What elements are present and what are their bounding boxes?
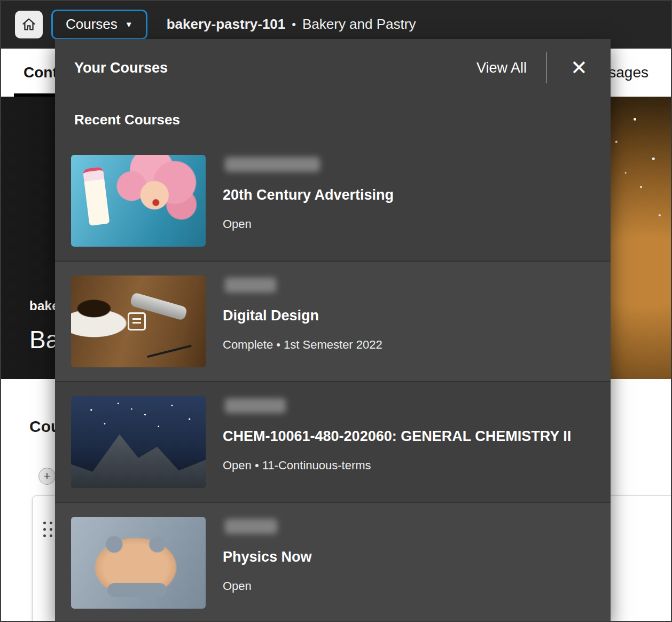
breadcrumb-course-id: bakery-pastry-101 xyxy=(167,16,286,33)
blurred-course-id-badge xyxy=(225,519,277,534)
panel-title: Your Courses xyxy=(74,60,168,76)
course-status: Open xyxy=(223,579,312,593)
chevron-down-icon: ▼ xyxy=(125,20,133,28)
courses-menu-button[interactable]: Courses ▼ xyxy=(51,10,147,40)
recent-courses-heading: Recent Courses xyxy=(55,97,611,141)
course-status: Open xyxy=(223,217,394,231)
course-title: CHEM-10061-480-202060: GENERAL CHEMISTRY… xyxy=(223,428,571,445)
close-panel-button[interactable]: ✕ xyxy=(567,56,591,80)
courses-dropdown-panel: Your Courses View All ✕ Recent Courses 2… xyxy=(55,39,611,622)
courses-panel-header: Your Courses View All ✕ xyxy=(55,39,611,97)
drag-handle-icon[interactable] xyxy=(43,522,52,537)
course-thumbnail-chemistry xyxy=(71,396,206,488)
course-title: Digital Design xyxy=(223,308,382,324)
home-button[interactable] xyxy=(15,11,43,38)
document-icon xyxy=(128,312,146,330)
course-status: Open • 11-Continuous-terms xyxy=(223,459,571,473)
breadcrumb-separator: • xyxy=(292,18,296,32)
course-info: Physics Now Open xyxy=(223,517,312,593)
recent-course-list: 20th Century Advertising Open Digital De… xyxy=(55,141,611,622)
course-info: CHEM-10061-480-202060: GENERAL CHEMISTRY… xyxy=(223,396,571,473)
course-info: Digital Design Complete • 1st Semester 2… xyxy=(223,275,382,352)
course-list-item[interactable]: CHEM-10061-480-202060: GENERAL CHEMISTRY… xyxy=(55,381,611,502)
course-status: Complete • 1st Semester 2022 xyxy=(223,338,382,352)
courses-menu-label: Courses xyxy=(66,16,118,33)
course-list-item[interactable]: 20th Century Advertising Open xyxy=(55,141,611,261)
blurred-course-id-badge xyxy=(225,278,276,293)
plus-icon: + xyxy=(44,470,51,482)
close-icon: ✕ xyxy=(571,58,588,78)
course-thumbnail-advertising xyxy=(71,155,206,247)
header-divider xyxy=(546,52,546,83)
home-icon xyxy=(21,17,36,32)
blurred-course-id-badge xyxy=(225,157,320,172)
blurred-course-id-badge xyxy=(225,398,286,413)
breadcrumb-course-title: Bakery and Pastry xyxy=(302,16,416,33)
course-title: 20th Century Advertising xyxy=(223,187,394,203)
course-list-item[interactable]: Physics Now Open xyxy=(55,502,611,622)
course-info: 20th Century Advertising Open xyxy=(223,155,394,231)
course-list-item[interactable]: Digital Design Complete • 1st Semester 2… xyxy=(55,261,611,381)
breadcrumb: bakery-pastry-101 • Bakery and Pastry xyxy=(167,16,416,33)
add-content-button[interactable]: + xyxy=(38,468,56,485)
view-all-link[interactable]: View All xyxy=(476,60,527,76)
course-thumbnail-digital-design xyxy=(71,275,206,367)
course-thumbnail-physics xyxy=(71,517,206,609)
course-title: Physics Now xyxy=(223,549,312,565)
